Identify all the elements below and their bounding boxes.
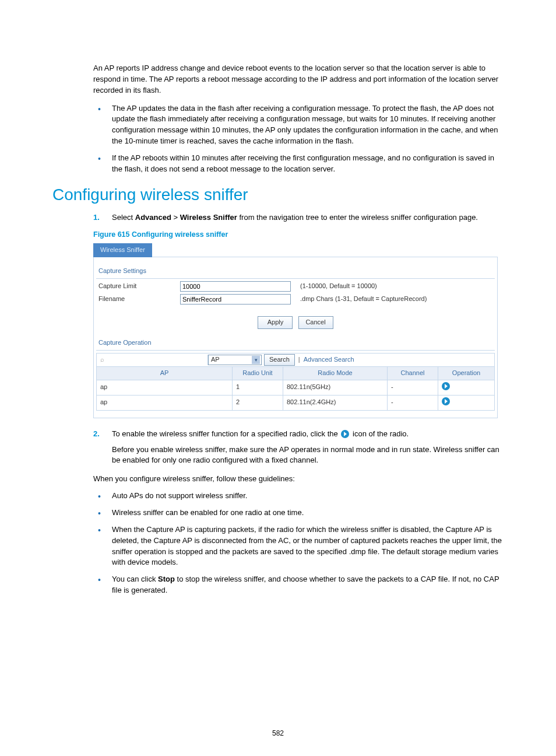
- table-row: ap 2 802.11n(2.4GHz) -: [97, 395, 495, 410]
- intro-bullet-list: The AP updates the data in the flash aft…: [93, 103, 504, 175]
- capture-limit-input[interactable]: [180, 281, 291, 292]
- tab-wireless-sniffer[interactable]: Wireless Sniffer: [93, 243, 152, 257]
- figure-wireless-sniffer: Wireless Sniffer Capture Settings Captur…: [93, 243, 498, 418]
- filename-label: Filename: [96, 295, 180, 304]
- section-heading: Configuring wireless sniffer: [52, 183, 504, 207]
- search-icon: ⌕: [97, 355, 107, 365]
- tab-bar-spacer: [152, 243, 498, 257]
- filename-input[interactable]: [180, 294, 291, 304]
- col-radio-mode[interactable]: Radio Mode: [283, 366, 388, 380]
- cell-channel: -: [388, 380, 438, 395]
- play-icon: [341, 430, 349, 438]
- step-1-wireless-sniffer: Wireless Sniffer: [180, 213, 237, 222]
- apply-button[interactable]: Apply: [258, 316, 293, 329]
- guideline-3: When the Capture AP is capturing packets…: [93, 524, 504, 568]
- play-icon[interactable]: [442, 382, 450, 390]
- search-scope-select[interactable]: AP ▾: [208, 355, 262, 365]
- cell-radio-unit: 1: [233, 380, 283, 395]
- play-icon[interactable]: [442, 397, 450, 405]
- search-input[interactable]: [107, 355, 208, 365]
- step-1-number: 1.: [93, 212, 100, 223]
- search-button[interactable]: Search: [264, 354, 295, 366]
- step-1-text: Select Advanced > Wireless Sniffer from …: [112, 213, 478, 222]
- step-1-gt: >: [171, 213, 180, 222]
- capture-operation-heading: Capture Operation: [96, 329, 495, 351]
- step-1-advanced: Advanced: [135, 213, 171, 222]
- intro-bullet-2: If the AP reboots within 10 minutes afte…: [93, 153, 504, 175]
- intro-bullet-1: The AP updates the data in the flash aft…: [93, 103, 504, 147]
- step-2-pre: To enable the wireless sniffer function …: [112, 429, 340, 438]
- guidelines-list: Auto APs do not support wireless sniffer…: [93, 491, 504, 596]
- guideline-4-stop: Stop: [158, 575, 175, 583]
- guidelines-intro: When you configure wireless sniffer, fol…: [93, 474, 504, 485]
- step-2-text: To enable the wireless sniffer function …: [112, 429, 409, 438]
- intro-paragraph: An AP reports IP address change and devi…: [93, 63, 504, 96]
- capture-table: AP Radio Unit Radio Mode Channel Operati…: [96, 366, 495, 411]
- step-1-post: from the navigation tree to enter the wi…: [237, 213, 478, 222]
- figure-caption: Figure 615 Configuring wireless sniffer: [93, 229, 504, 240]
- capture-limit-label: Capture Limit: [96, 282, 180, 291]
- cell-radio-unit: 2: [233, 395, 283, 410]
- guideline-1: Auto APs do not support wireless sniffer…: [93, 491, 504, 502]
- capture-limit-hint: (1-10000, Default = 10000): [300, 282, 377, 291]
- page-number: 582: [0, 729, 556, 738]
- filename-hint: .dmp Chars (1-31, Default = CaptureRecor…: [300, 295, 427, 304]
- cell-channel: -: [388, 395, 438, 410]
- guideline-4: You can click Stop to stop the wireless …: [93, 574, 504, 596]
- cell-radio-mode: 802.11n(5GHz): [283, 380, 388, 395]
- cell-operation: [438, 395, 495, 410]
- cell-operation: [438, 380, 495, 395]
- col-radio-unit[interactable]: Radio Unit: [233, 366, 283, 380]
- search-scope-value: AP: [211, 355, 220, 365]
- step-2-sub: Before you enable wireless sniffer, make…: [112, 444, 504, 467]
- cell-ap: ap: [97, 395, 233, 410]
- step-2-number: 2.: [93, 429, 100, 440]
- cancel-button[interactable]: Cancel: [298, 316, 333, 329]
- step-1: 1. Select Advanced > Wireless Sniffer fr…: [93, 212, 504, 223]
- step-2-post: icon of the radio.: [350, 429, 409, 438]
- col-ap[interactable]: AP: [97, 366, 233, 380]
- cell-radio-mode: 802.11n(2.4GHz): [283, 395, 388, 410]
- separator: |: [298, 355, 300, 365]
- guideline-4-pre: You can click: [112, 575, 158, 583]
- col-channel[interactable]: Channel: [388, 366, 438, 380]
- table-row: ap 1 802.11n(5GHz) -: [97, 380, 495, 395]
- col-operation[interactable]: Operation: [438, 366, 495, 380]
- chevron-down-icon: ▾: [252, 356, 260, 364]
- cell-ap: ap: [97, 380, 233, 395]
- advanced-search-link[interactable]: Advanced Search: [304, 355, 354, 365]
- guideline-2: Wireless sniffer can be enabled for one …: [93, 508, 504, 519]
- capture-settings-heading: Capture Settings: [96, 257, 495, 279]
- step-1-pre: Select: [112, 213, 135, 222]
- step-2: 2. To enable the wireless sniffer functi…: [93, 429, 504, 440]
